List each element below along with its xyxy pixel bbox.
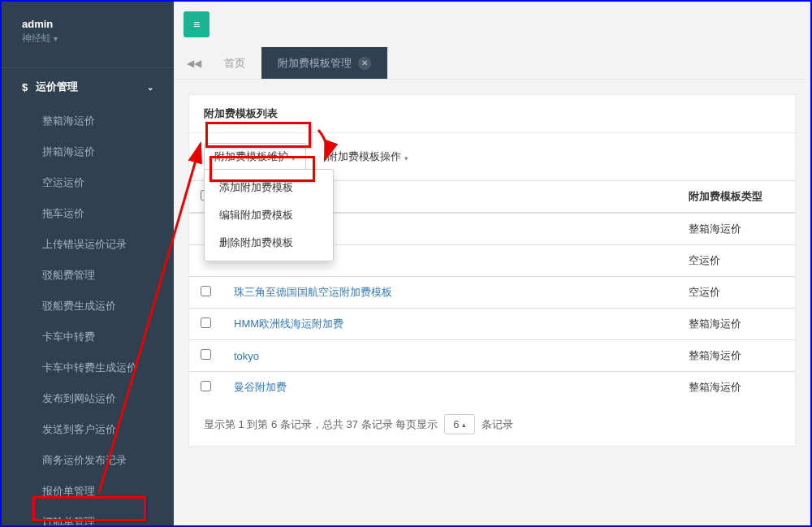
sidebar-item[interactable]: 拼箱海运价 [2,136,174,167]
topbar: ≡ [174,2,810,47]
pagination-suffix: 条记录 [482,417,513,432]
sidebar-item[interactable]: 发布到网站运价 [2,383,174,414]
page-size-dropdown[interactable]: 6 [444,414,475,434]
table-row: 珠三角至德国国航空运附加费模板空运价 [189,277,795,309]
sidebar-item[interactable]: 报价单管理 [2,476,174,507]
dollar-icon: $ [22,81,28,93]
tab-label: 附加费模板管理 [278,56,352,71]
button-label: 附加费模板维护 [214,149,288,164]
cell-name: tokyo [222,340,677,372]
template-link[interactable]: HMM欧洲线海运附加费 [234,317,343,330]
cell-checkbox [189,372,222,404]
tab-label: 首页 [224,56,245,71]
sidebar-item[interactable]: 卡车中转费生成运价 [2,352,174,383]
sidebar-item[interactable]: 卡车中转费 [2,322,174,352]
cell-type: 空运价 [677,277,795,309]
sidebar-item[interactable]: 驳船费管理 [2,260,174,291]
operate-dropdown-button[interactable]: 附加费模板操作 [317,144,418,170]
cell-checkbox [189,340,222,372]
sidebar-header: admin 神经蛙 [2,2,174,55]
chevron-down-icon: ⌄ [147,83,153,92]
template-link[interactable]: 曼谷附加费 [234,381,287,393]
user-dropdown[interactable]: 神经蛙 [22,32,153,45]
row-checkbox[interactable] [201,349,211,360]
table-row: tokyo整箱海运价 [189,340,795,372]
cell-name: 曼谷附加费 [222,372,677,404]
row-checkbox[interactable] [201,286,211,296]
toolbar: 附加费模板维护 附加费模板操作 添加附加费模板 编辑附加费模板 删除附加费模板 [189,133,795,180]
template-link[interactable]: tokyo [234,350,259,362]
menu-section: $ 运价管理 ⌄ 整箱海运价 拼箱海运价 空运运价 拖车运价 上传错误运价记录 … [2,67,174,527]
sidebar-item[interactable]: 空运运价 [2,167,174,198]
main: ≡ ◀◀ 首页 附加费模板管理 ✕ 附加费模板列表 附加费模板维护 附加费模板操… [174,2,810,525]
sidebar-item[interactable]: 驳船费生成运价 [2,291,174,322]
hamburger-icon: ≡ [193,18,200,31]
dropdown-item-add[interactable]: 添加附加费模板 [205,174,333,201]
table-row: HMM欧洲线海运附加费整箱海运价 [189,309,795,340]
cell-type: 整箱海运价 [677,340,795,372]
caret-down-icon [401,151,408,163]
button-label: 附加费模板操作 [327,149,401,164]
sidebar-item[interactable]: 整箱海运价 [2,106,174,136]
cell-checkbox [189,309,222,340]
sidebar-item[interactable]: 订舱单管理 [2,507,174,527]
cell-name: 珠三角至德国国航空运附加费模板 [222,277,677,309]
hamburger-button[interactable]: ≡ [184,11,209,37]
col-type: 附加费模板类型 [677,181,795,214]
close-icon[interactable]: ✕ [358,57,371,70]
sidebar: admin 神经蛙 $ 运价管理 ⌄ 整箱海运价 拼箱海运价 空运运价 拖车运价… [2,2,174,525]
content: 附加费模板列表 附加费模板维护 附加费模板操作 添加附加费模板 编辑附加费模板 … [174,80,810,461]
caret-down-icon [288,151,296,163]
sidebar-item[interactable]: 商务运价发布记录 [2,445,174,476]
tabs: ◀◀ 首页 附加费模板管理 ✕ [174,47,810,80]
cell-type: 整箱海运价 [677,213,795,245]
pagination: 显示第 1 到第 6 条记录，总共 37 条记录 每页显示 6 条记录 [189,403,795,446]
template-link[interactable]: 珠三角至德国国航空运附加费模板 [234,286,392,298]
dropdown-item-edit[interactable]: 编辑附加费模板 [205,201,333,229]
sidebar-item[interactable]: 发送到客户运价 [2,414,174,445]
sidebar-item[interactable]: 上传错误运价记录 [2,229,174,260]
cell-type: 空运价 [677,245,795,277]
menu-title-freight[interactable]: $ 运价管理 ⌄ [2,68,174,106]
tab-home[interactable]: 首页 [208,47,261,79]
dropdown-item-delete[interactable]: 删除附加费模板 [205,229,333,257]
cell-type: 整箱海运价 [677,309,795,340]
row-checkbox[interactable] [201,317,211,328]
panel: 附加费模板列表 附加费模板维护 附加费模板操作 添加附加费模板 编辑附加费模板 … [188,94,796,447]
table-row: 曼谷附加费整箱海运价 [189,372,795,404]
tab-surcharge-template[interactable]: 附加费模板管理 ✕ [261,47,387,79]
cell-type: 整箱海运价 [677,372,795,404]
pagination-text: 显示第 1 到第 6 条记录，总共 37 条记录 每页显示 [204,417,438,432]
menu-items: 整箱海运价 拼箱海运价 空运运价 拖车运价 上传错误运价记录 驳船费管理 驳船费… [2,106,174,527]
cell-name: HMM欧洲线海运附加费 [222,309,677,340]
menu-title-label: 运价管理 [36,80,78,94]
cell-checkbox [189,277,222,309]
maintain-dropdown-button[interactable]: 附加费模板维护 [204,143,306,171]
admin-label: admin [22,18,153,30]
tab-prev-button[interactable]: ◀◀ [180,47,208,79]
maintain-dropdown-menu: 添加附加费模板 编辑附加费模板 删除附加费模板 [204,169,334,261]
sidebar-item[interactable]: 拖车运价 [2,198,174,229]
panel-title: 附加费模板列表 [189,95,795,133]
row-checkbox[interactable] [201,381,211,391]
